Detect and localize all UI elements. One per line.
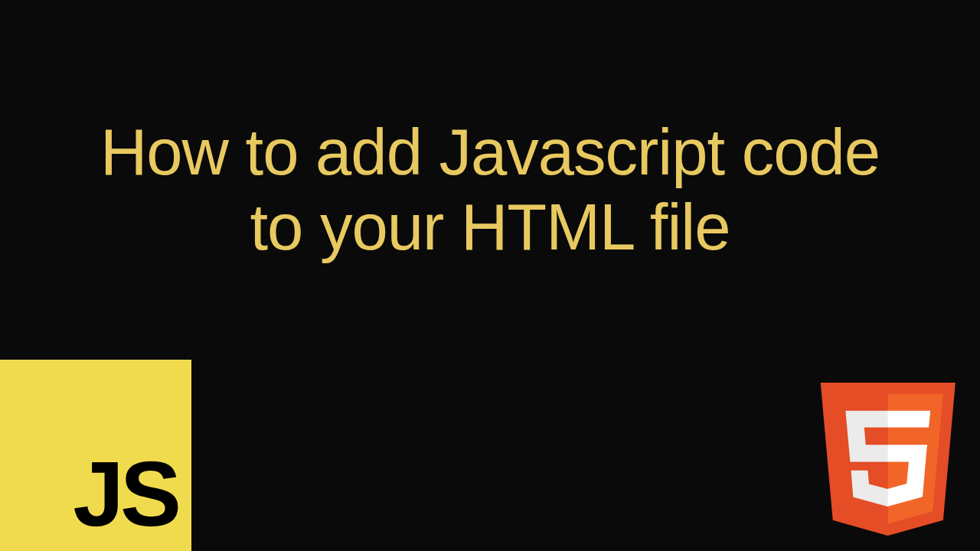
js-logo-icon: JS [0, 360, 191, 551]
title-line-2: to your HTML file [0, 190, 980, 265]
js-logo-text: JS [73, 448, 178, 540]
title-line-1: How to add Javascript code [0, 115, 980, 190]
title-container: How to add Javascript code to your HTML … [0, 115, 980, 265]
html5-logo-icon [812, 375, 965, 543]
